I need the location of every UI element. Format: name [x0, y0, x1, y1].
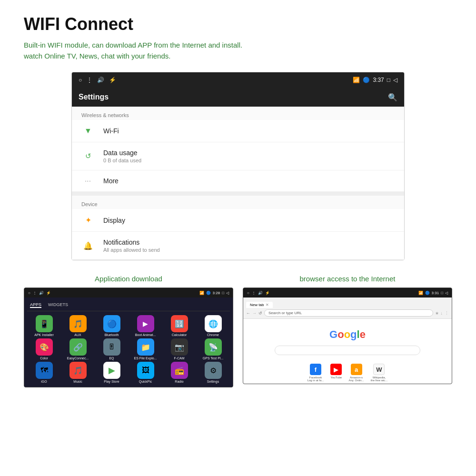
radio-icon: 📻	[171, 362, 188, 379]
br-signal-icon: 📶	[418, 291, 423, 295]
menu-icon: ⋮	[87, 77, 92, 83]
boot-anim-icon: ▶	[137, 315, 154, 332]
app-usb-icon: ⚡	[46, 291, 51, 295]
settings-item-data-usage[interactable]: ↺ Data usage 0 B of data used	[72, 142, 404, 170]
app-download-label: Application download	[24, 275, 233, 283]
volume-icon: 🔊	[97, 77, 104, 83]
signal-icon: 📶	[353, 77, 360, 83]
tab-label: New tab	[250, 303, 264, 307]
site-amazon[interactable]: a Amazon-sAny. Onlin...	[348, 364, 364, 382]
app-signal-icon: 📶	[199, 291, 204, 295]
app-statusbar-left: ○ ⋮ 🔊 ⚡	[28, 291, 51, 295]
app-statusbar-right: 📶 🔵 3:28 □ ◁	[199, 291, 229, 295]
browser-content: New tab ✕ ← → ↺ Search or type URL ★	[243, 298, 452, 384]
search-icon[interactable]: 🔍	[388, 93, 397, 102]
gps-test-icon: 📡	[205, 338, 222, 356]
reload-icon[interactable]: ↺	[258, 311, 262, 316]
app-bt-icon: 🔵	[206, 291, 211, 295]
app-fcam[interactable]: 📷 F-CAM	[163, 338, 195, 360]
app-color[interactable]: 🎨 Color	[28, 338, 60, 360]
settings-item-display[interactable]: ✦ Display	[72, 209, 404, 232]
download-icon[interactable]: ↓	[441, 311, 443, 316]
google-search-bar[interactable]	[275, 346, 421, 355]
notifications-sub: All apps allowed to send	[103, 247, 160, 253]
app-eq[interactable]: 🎚 EQ	[96, 338, 128, 360]
settings-app-icon: ⚙	[205, 362, 222, 379]
browser-statusbar-left: ○ ⋮ 🔊 ⚡	[247, 291, 270, 295]
app-aux[interactable]: 🎵 AUX	[62, 315, 94, 337]
tab-apps[interactable]: APPS	[30, 302, 41, 308]
bottom-section: Application download ○ ⋮ 🔊 ⚡ 📶 🔵 3:28 □	[24, 275, 452, 387]
bookmark-icon[interactable]: ★	[435, 311, 439, 316]
tab-widgets[interactable]: WIDGETS	[48, 302, 68, 308]
app-grid: 📱 APK Installer 🎵 AUX 🔵 Bluetooth ▶	[27, 314, 230, 384]
chrome-icon: 🌐	[205, 315, 222, 332]
br-usb-icon: ⚡	[265, 291, 270, 295]
app-music[interactable]: 🎵 Music	[62, 362, 94, 383]
app-igo[interactable]: 🗺 iGO	[28, 362, 60, 383]
bluetooth-icon: 🔵	[363, 77, 370, 83]
bell-icon: 🔔	[81, 241, 95, 250]
app-gps-test[interactable]: 📡 GPS Test Pl...	[197, 338, 229, 360]
app-back-icon: ◁	[226, 291, 229, 295]
bluetooth-app-icon: 🔵	[103, 315, 120, 332]
br-home-icon: ○	[247, 291, 249, 295]
app-calculator[interactable]: 🔢 Calculator	[163, 315, 195, 337]
app-es-file[interactable]: 📁 ES File Explo...	[129, 338, 161, 360]
app-time: 3:28	[213, 291, 220, 295]
site-facebook[interactable]: f FacebookLog in at fa...	[307, 364, 324, 382]
back-nav-icon[interactable]: ←	[246, 311, 250, 316]
close-tab-icon[interactable]: ✕	[266, 303, 269, 307]
browser-tab[interactable]: New tab ✕	[246, 299, 449, 308]
es-file-icon: 📁	[137, 338, 154, 356]
app-drawer-screen: ○ ⋮ 🔊 ⚡ 📶 🔵 3:28 □ ◁ APPS	[24, 288, 233, 387]
app-settings[interactable]: ⚙ Settings	[197, 362, 229, 383]
app-easyconnect[interactable]: 🔗 EasyConnec...	[62, 338, 94, 360]
browser-label: browser access to the Internet	[243, 275, 452, 283]
url-text: Search or type URL	[268, 311, 302, 315]
settings-item-wifi[interactable]: ▼ Wi-Fi	[72, 120, 404, 142]
br-vol-icon: 🔊	[258, 291, 263, 295]
settings-item-more[interactable]: ··· More	[72, 170, 404, 192]
settings-browser-icon[interactable]: ⋮	[445, 311, 449, 316]
app-download-col: Application download ○ ⋮ 🔊 ⚡ 📶 🔵 3:28 □	[24, 275, 233, 387]
quickpic-icon: 🖼	[137, 362, 154, 379]
app-chrome[interactable]: 🌐 Chrome	[197, 315, 229, 337]
settings-item-notifications[interactable]: 🔔 Notifications All apps allowed to send	[72, 232, 404, 260]
display-icon: ✦	[81, 216, 95, 225]
browser-quick-sites: f FacebookLog in at fa... ▶ YouTube a Am…	[243, 362, 452, 384]
app-quickpic[interactable]: 🖼 QuickPic	[129, 362, 161, 383]
app-boot-anim[interactable]: ▶ Boot Animat...	[129, 315, 161, 337]
app-radio[interactable]: 📻 Radio	[163, 362, 195, 383]
aux-icon: 🎵	[69, 315, 87, 332]
fcam-icon: 📷	[171, 338, 188, 356]
site-wikipedia[interactable]: W Wikipedia,the free wic...	[371, 364, 388, 382]
app-menu-icon: ⋮	[33, 291, 37, 295]
app-home-icon: ○	[28, 291, 30, 295]
notifications-label: Notifications	[103, 238, 160, 246]
forward-nav-icon[interactable]: →	[252, 311, 257, 316]
time-display: 3:37	[373, 77, 384, 83]
browser-statusbar: ○ ⋮ 🔊 ⚡ 📶 🔵 3:31 □ ◁	[243, 288, 452, 298]
youtube-icon: ▶	[330, 364, 342, 375]
app-bluetooth[interactable]: 🔵 Bluetooth	[96, 315, 128, 337]
eq-icon: 🎚	[103, 338, 120, 356]
browser-screen: ○ ⋮ 🔊 ⚡ 📶 🔵 3:31 □ ◁	[243, 288, 452, 384]
wifi-label: Wi-Fi	[103, 127, 119, 135]
section-divider	[72, 192, 404, 196]
app-play-store[interactable]: ▶ Play Store	[96, 362, 128, 383]
settings-content: Wireless & networks ▼ Wi-Fi ↺ Data usage…	[72, 107, 404, 260]
google-logo: Google	[243, 328, 452, 341]
data-usage-icon: ↺	[81, 152, 95, 160]
usb-icon: ⚡	[109, 77, 116, 83]
calculator-icon: 🔢	[171, 315, 188, 332]
app-drawer: APPS WIDGETS 📱 APK Installer 🎵 AUX	[24, 298, 233, 387]
igo-icon: 🗺	[36, 362, 53, 379]
url-bar[interactable]: Search or type URL	[264, 309, 433, 317]
display-label: Display	[103, 217, 125, 224]
app-apk-installer[interactable]: 📱 APK Installer	[28, 315, 60, 337]
site-youtube[interactable]: ▶ YouTube	[330, 364, 342, 382]
music-icon: 🎵	[69, 362, 87, 379]
app-tabs: APPS WIDGETS	[27, 300, 230, 311]
settings-screen: ○ ⋮ 🔊 ⚡ 📶 🔵 3:37 □ ◁ Settings 🔍 Wireless…	[71, 72, 405, 260]
